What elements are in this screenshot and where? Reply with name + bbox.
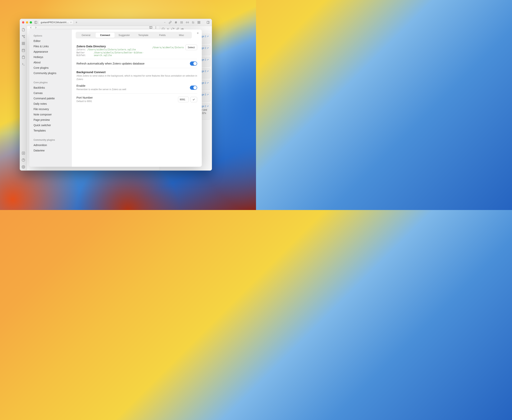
new-tab-button[interactable]: +	[74, 20, 79, 25]
tab-dropdown-icon[interactable]	[163, 21, 166, 24]
settings-nav-files-links[interactable]: Files & Links	[32, 44, 70, 49]
statusbar: 31 在父本 0 backlinks 2834 words 11992 char…	[27, 170, 160, 171]
settings-close-button[interactable]: ×	[196, 31, 200, 35]
settings-tab-suggester[interactable]: Suggester	[115, 33, 134, 38]
svg-rect-15	[198, 22, 199, 23]
svg-rect-27	[23, 44, 24, 45]
svg-rect-32	[23, 56, 24, 56]
settings-nav-editor[interactable]: Editor	[32, 38, 70, 44]
settings-tabstrip: GeneralConnectSuggesterTemplateFieldsMis…	[76, 32, 192, 38]
refresh-toggle[interactable]	[190, 61, 197, 66]
svg-rect-16	[199, 22, 200, 23]
svg-point-35	[23, 153, 24, 154]
svg-line-22	[23, 36, 24, 37]
window-zoom-button[interactable]	[30, 21, 32, 23]
settings-nav-canvas[interactable]: Canvas	[32, 90, 70, 96]
grid-icon[interactable]	[197, 21, 201, 24]
settings-nav-note-composer[interactable]: Note composer	[32, 112, 70, 117]
select-directory-button[interactable]: Select	[185, 45, 197, 50]
right-sidebar-toggle-icon[interactable]	[207, 21, 210, 24]
settings-nav-about[interactable]: About	[32, 60, 70, 65]
command-icon[interactable]	[22, 62, 25, 66]
nav-back-icon[interactable]	[29, 26, 32, 29]
bbt-key: Better BibTeX:	[77, 51, 93, 57]
files-icon[interactable]	[22, 28, 25, 31]
svg-point-11	[180, 23, 181, 23]
svg-rect-26	[22, 44, 23, 45]
reading-view-icon[interactable]	[149, 26, 152, 29]
settings-tab-connect[interactable]: Connect	[96, 33, 115, 38]
zotero-key: Zotero:	[77, 48, 86, 51]
window-close-button[interactable]	[22, 21, 24, 23]
svg-point-41	[155, 28, 156, 29]
settings-nav-hotkeys[interactable]: Hotkeys	[32, 54, 70, 60]
canvas-icon[interactable]	[22, 42, 25, 45]
tab-close-icon[interactable]: ×	[70, 21, 72, 24]
settings-heading-core: Core plugins	[33, 81, 68, 84]
list-icon[interactable]	[180, 21, 183, 24]
settings-tab-fields[interactable]: Fields	[153, 33, 172, 38]
calendar-icon[interactable]	[22, 49, 25, 52]
settings-nav-page-preview[interactable]: Page preview	[32, 117, 70, 122]
settings-modal: Options EditorFiles & LinksAppearanceHot…	[29, 30, 202, 167]
settings-tab-misc[interactable]: Misc	[172, 33, 191, 38]
settings-nav-community-plugins[interactable]: Community plugins	[32, 70, 70, 76]
highlight-icon[interactable]	[192, 21, 195, 24]
more-options-icon[interactable]	[154, 26, 157, 29]
zotero-path: /Users/aidenlx/Zotero/zotero.sqlite	[87, 48, 136, 51]
settings-nav-file-recovery[interactable]: File recovery	[32, 106, 70, 112]
settings-icon[interactable]	[22, 165, 25, 169]
settings-nav-backlinks[interactable]: Backlinks	[32, 85, 70, 90]
settings-tab-general[interactable]: General	[77, 33, 96, 38]
tab-title: guéantPRDX1MutantAllel…	[41, 21, 69, 24]
svg-point-21	[24, 35, 25, 36]
svg-point-10	[180, 22, 181, 22]
enable-desc: Remember to enable the server in Zotero …	[77, 88, 188, 91]
settings-heading-options: Options	[33, 34, 68, 37]
svg-rect-24	[22, 42, 23, 43]
svg-rect-34	[22, 152, 25, 155]
window-minimize-button[interactable]	[26, 21, 28, 23]
port-input[interactable]	[178, 97, 189, 102]
titlebar: guéantPRDX1MutantAllel… × +	[20, 19, 212, 26]
status-folder[interactable]: 在父本	[106, 170, 112, 171]
settings-nav-dataview[interactable]: Dataview	[32, 148, 70, 153]
settings-nav-appearance[interactable]: Appearance	[32, 49, 70, 54]
settings-nav-command-palette[interactable]: Command palette	[32, 96, 70, 101]
settings-heading-community: Community plugins	[33, 139, 68, 141]
svg-rect-0	[35, 21, 37, 23]
nav-forward-icon[interactable]	[34, 26, 37, 29]
enable-toggle[interactable]	[190, 86, 197, 90]
document-tab[interactable]: guéantPRDX1MutantAllel… ×	[39, 20, 73, 25]
settings-tab-template[interactable]: Template	[134, 33, 153, 38]
setting-zotero-dir-title: Zotero Data Directory	[77, 45, 150, 48]
hash-icon[interactable]	[174, 21, 178, 24]
bg-connect-title: Background Connect	[77, 70, 197, 74]
svg-point-40	[155, 27, 156, 28]
zotero-dir-display: /Users/aidenlx/Zotero	[152, 46, 184, 49]
svg-rect-28	[22, 49, 25, 52]
app-window: guéantPRDX1MutantAllel… × +	[20, 19, 212, 171]
template-icon[interactable]	[22, 55, 25, 59]
settings-nav-admonition[interactable]: Admonition	[32, 142, 70, 148]
left-sidebar-toggle-icon[interactable]	[34, 21, 37, 24]
help-icon[interactable]	[22, 158, 25, 162]
link-icon[interactable]	[169, 21, 172, 24]
settings-nav-daily-notes[interactable]: Daily notes	[32, 101, 70, 106]
settings-nav-quick-switcher[interactable]: Quick switcher	[32, 122, 70, 128]
svg-rect-25	[23, 42, 24, 43]
svg-rect-13	[198, 21, 199, 22]
left-rail	[20, 26, 27, 171]
bbt-path: /Users/aidenlx/Zotero/better-bibtex-sear…	[94, 51, 150, 57]
graph-icon[interactable]	[22, 35, 25, 38]
settings-nav-core-plugins[interactable]: Core plugins	[32, 65, 70, 70]
enable-title: Enable	[77, 84, 188, 87]
port-confirm-button[interactable]	[190, 97, 197, 102]
link-chain-icon[interactable]	[186, 21, 189, 24]
vault-icon[interactable]	[22, 151, 25, 155]
svg-point-39	[155, 27, 156, 27]
port-desc: Default to 9091	[77, 99, 176, 103]
bg-connect-desc: Allow Zotero to send status in the backg…	[77, 74, 197, 81]
settings-nav-templates[interactable]: Templates	[32, 128, 70, 133]
setting-refresh-title: Refresh automatically when Zotero update…	[77, 62, 188, 65]
